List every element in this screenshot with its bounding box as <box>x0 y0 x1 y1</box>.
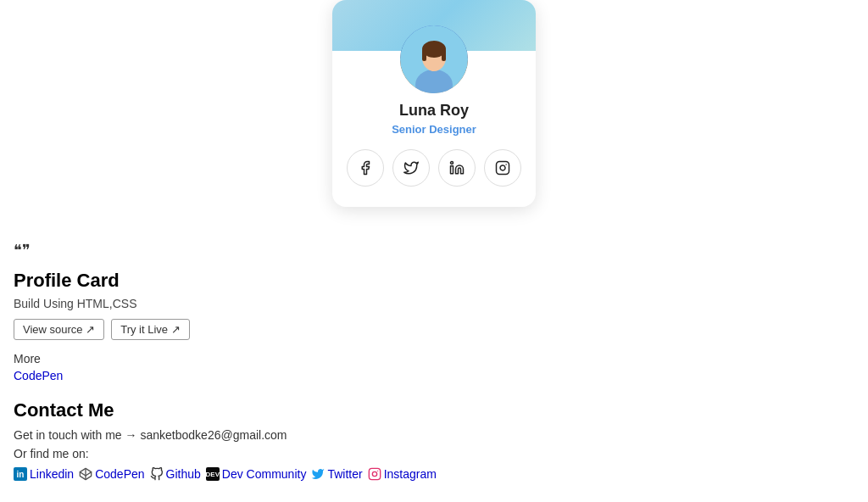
profile-name: Luna Roy <box>332 102 536 120</box>
profile-card: Luna Roy Senior Designer <box>332 0 536 207</box>
github-link[interactable]: Github <box>150 467 201 481</box>
contact-email-line: Get in touch with me → sanketbodke26@gma… <box>14 428 495 442</box>
facebook-social-button[interactable] <box>347 149 384 187</box>
codepen-more-link[interactable]: CodePen <box>14 369 63 382</box>
svg-point-7 <box>451 162 453 165</box>
svg-rect-5 <box>442 49 446 61</box>
twitter-icon <box>311 467 325 481</box>
card-subtitle: Build Using HTML,CSS <box>14 297 495 310</box>
linkedin-link[interactable]: in Linkedin <box>14 467 74 481</box>
social-icons-row <box>332 149 536 187</box>
try-live-button[interactable]: Try it Live ↗ <box>111 319 189 340</box>
codepen-icon <box>79 467 92 481</box>
svg-rect-4 <box>422 49 426 61</box>
svg-point-14 <box>377 471 378 471</box>
button-row: View source ↗ Try it Live ↗ <box>14 319 495 340</box>
svg-rect-8 <box>497 162 509 175</box>
dev-icon: DEV <box>206 467 220 481</box>
profile-card-section: Luna Roy Senior Designer <box>0 0 868 224</box>
github-icon <box>150 467 164 481</box>
codepen-link[interactable]: CodePen <box>79 467 144 481</box>
svg-rect-6 <box>451 166 453 174</box>
email-link[interactable]: sanketbodke26@gmail.com <box>141 428 287 442</box>
contact-title: Contact Me <box>14 399 495 421</box>
view-source-button[interactable]: View source ↗ <box>14 319 104 340</box>
instagram-link[interactable]: Instagram <box>368 467 437 481</box>
card-section-title: Profile Card <box>14 270 495 292</box>
more-label: More <box>14 352 495 365</box>
twitter-social-button[interactable] <box>392 149 430 187</box>
find-me-label: Or find me on: <box>14 447 495 460</box>
instagram-icon <box>368 467 381 481</box>
dev-community-link[interactable]: DEV Dev Community <box>206 467 307 481</box>
profile-title: Senior Designer <box>332 123 536 136</box>
avatar-wrapper <box>332 25 536 93</box>
social-links-row: in Linkedin CodePen Github <box>14 467 495 481</box>
twitter-link[interactable]: Twitter <box>311 467 362 481</box>
content-section: ❝❞ Profile Card Build Using HTML,CSS Vie… <box>0 224 509 498</box>
quote-icons: ❝❞ <box>14 241 495 259</box>
linkedin-social-button[interactable] <box>438 149 476 187</box>
svg-rect-12 <box>369 468 380 479</box>
linkedin-icon: in <box>14 467 27 481</box>
avatar <box>400 25 468 93</box>
instagram-social-button[interactable] <box>484 149 521 187</box>
svg-point-13 <box>372 471 376 476</box>
